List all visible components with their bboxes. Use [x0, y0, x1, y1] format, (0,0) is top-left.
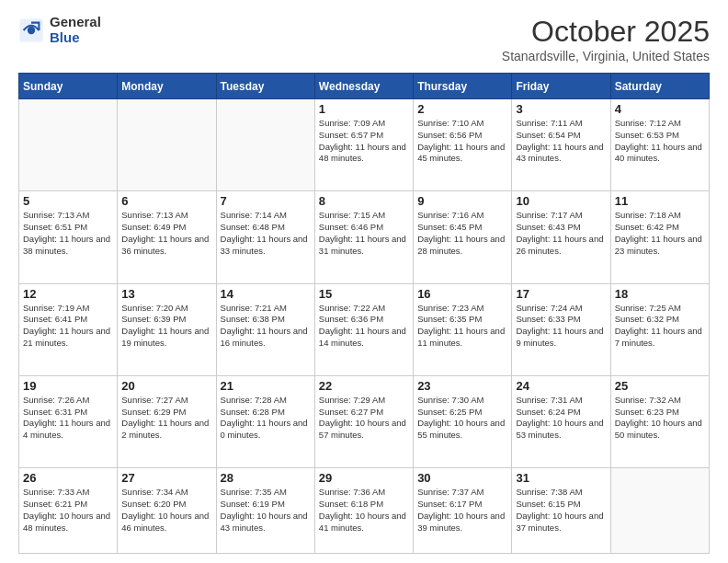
- day-number: 5: [23, 194, 113, 208]
- day-info: Sunrise: 7:18 AM Sunset: 6:42 PM Dayligh…: [615, 210, 705, 257]
- day-info: Sunrise: 7:31 AM Sunset: 6:24 PM Dayligh…: [516, 395, 606, 442]
- day-cell: 23Sunrise: 7:30 AM Sunset: 6:25 PM Dayli…: [414, 375, 512, 467]
- day-cell: 12Sunrise: 7:19 AM Sunset: 6:41 PM Dayli…: [19, 283, 118, 375]
- day-cell: 10Sunrise: 7:17 AM Sunset: 6:43 PM Dayli…: [512, 191, 610, 283]
- day-number: 28: [221, 471, 311, 485]
- day-cell: 7Sunrise: 7:14 AM Sunset: 6:48 PM Daylig…: [216, 191, 314, 283]
- day-cell: 6Sunrise: 7:13 AM Sunset: 6:49 PM Daylig…: [118, 191, 216, 283]
- day-cell: 1Sunrise: 7:09 AM Sunset: 6:57 PM Daylig…: [314, 99, 413, 191]
- day-number: 1: [319, 102, 409, 116]
- day-cell: 26Sunrise: 7:33 AM Sunset: 6:21 PM Dayli…: [19, 468, 118, 554]
- day-info: Sunrise: 7:36 AM Sunset: 6:18 PM Dayligh…: [319, 487, 409, 534]
- day-info: Sunrise: 7:19 AM Sunset: 6:41 PM Dayligh…: [23, 303, 113, 350]
- day-cell: 18Sunrise: 7:25 AM Sunset: 6:32 PM Dayli…: [610, 283, 709, 375]
- day-info: Sunrise: 7:17 AM Sunset: 6:43 PM Dayligh…: [516, 210, 606, 257]
- day-cell: 9Sunrise: 7:16 AM Sunset: 6:45 PM Daylig…: [414, 191, 512, 283]
- week-row-5: 26Sunrise: 7:33 AM Sunset: 6:21 PM Dayli…: [19, 468, 710, 554]
- day-info: Sunrise: 7:28 AM Sunset: 6:28 PM Dayligh…: [221, 395, 311, 442]
- day-number: 20: [121, 379, 211, 393]
- day-cell: [610, 468, 709, 554]
- day-number: 4: [615, 102, 705, 116]
- week-row-2: 5Sunrise: 7:13 AM Sunset: 6:51 PM Daylig…: [19, 191, 710, 283]
- day-cell: 3Sunrise: 7:11 AM Sunset: 6:54 PM Daylig…: [512, 99, 610, 191]
- week-row-1: 1Sunrise: 7:09 AM Sunset: 6:57 PM Daylig…: [19, 99, 710, 191]
- day-cell: 16Sunrise: 7:23 AM Sunset: 6:35 PM Dayli…: [414, 283, 512, 375]
- title-area: October 2025 Stanardsville, Virginia, Un…: [502, 15, 710, 63]
- day-info: Sunrise: 7:34 AM Sunset: 6:20 PM Dayligh…: [121, 487, 211, 534]
- header: General Blue October 2025 Stanardsville,…: [18, 15, 710, 63]
- day-info: Sunrise: 7:09 AM Sunset: 6:57 PM Dayligh…: [319, 118, 409, 165]
- day-number: 18: [615, 287, 705, 301]
- svg-point-1: [28, 26, 35, 33]
- header-row: SundayMondayTuesdayWednesdayThursdayFrid…: [19, 74, 710, 99]
- day-number: 21: [221, 379, 311, 393]
- day-cell: 5Sunrise: 7:13 AM Sunset: 6:51 PM Daylig…: [19, 191, 118, 283]
- day-number: 7: [221, 194, 311, 208]
- col-header-tuesday: Tuesday: [216, 74, 314, 99]
- day-cell: 15Sunrise: 7:22 AM Sunset: 6:36 PM Dayli…: [314, 283, 413, 375]
- day-cell: 22Sunrise: 7:29 AM Sunset: 6:27 PM Dayli…: [314, 375, 413, 467]
- logo: General Blue: [18, 15, 101, 45]
- day-cell: 29Sunrise: 7:36 AM Sunset: 6:18 PM Dayli…: [314, 468, 413, 554]
- day-cell: [118, 99, 216, 191]
- day-info: Sunrise: 7:20 AM Sunset: 6:39 PM Dayligh…: [121, 303, 211, 350]
- day-number: 29: [319, 471, 409, 485]
- day-number: 3: [516, 102, 606, 116]
- day-info: Sunrise: 7:11 AM Sunset: 6:54 PM Dayligh…: [516, 118, 606, 165]
- day-info: Sunrise: 7:38 AM Sunset: 6:15 PM Dayligh…: [516, 487, 606, 534]
- calendar: SundayMondayTuesdayWednesdayThursdayFrid…: [18, 73, 710, 554]
- day-info: Sunrise: 7:29 AM Sunset: 6:27 PM Dayligh…: [319, 395, 409, 442]
- day-info: Sunrise: 7:23 AM Sunset: 6:35 PM Dayligh…: [417, 303, 507, 350]
- day-number: 6: [121, 194, 211, 208]
- day-cell: [19, 99, 118, 191]
- day-cell: 14Sunrise: 7:21 AM Sunset: 6:38 PM Dayli…: [216, 283, 314, 375]
- col-header-friday: Friday: [512, 74, 610, 99]
- day-info: Sunrise: 7:25 AM Sunset: 6:32 PM Dayligh…: [615, 303, 705, 350]
- day-info: Sunrise: 7:30 AM Sunset: 6:25 PM Dayligh…: [417, 395, 507, 442]
- day-number: 13: [121, 287, 211, 301]
- day-number: 10: [516, 194, 606, 208]
- day-number: 15: [319, 287, 409, 301]
- day-info: Sunrise: 7:13 AM Sunset: 6:51 PM Dayligh…: [23, 210, 113, 257]
- day-number: 17: [516, 287, 606, 301]
- day-number: 24: [516, 379, 606, 393]
- day-info: Sunrise: 7:35 AM Sunset: 6:19 PM Dayligh…: [221, 487, 311, 534]
- day-cell: 8Sunrise: 7:15 AM Sunset: 6:46 PM Daylig…: [314, 191, 413, 283]
- col-header-sunday: Sunday: [19, 74, 118, 99]
- day-cell: 28Sunrise: 7:35 AM Sunset: 6:19 PM Dayli…: [216, 468, 314, 554]
- day-number: 14: [221, 287, 311, 301]
- day-cell: 13Sunrise: 7:20 AM Sunset: 6:39 PM Dayli…: [118, 283, 216, 375]
- day-info: Sunrise: 7:32 AM Sunset: 6:23 PM Dayligh…: [615, 395, 705, 442]
- week-row-4: 19Sunrise: 7:26 AM Sunset: 6:31 PM Dayli…: [19, 375, 710, 467]
- day-cell: [216, 99, 314, 191]
- day-info: Sunrise: 7:12 AM Sunset: 6:53 PM Dayligh…: [615, 118, 705, 165]
- logo-general: General: [50, 15, 101, 30]
- day-cell: 27Sunrise: 7:34 AM Sunset: 6:20 PM Dayli…: [118, 468, 216, 554]
- day-number: 2: [417, 102, 507, 116]
- day-info: Sunrise: 7:15 AM Sunset: 6:46 PM Dayligh…: [319, 210, 409, 257]
- logo-blue: Blue: [50, 30, 101, 46]
- day-number: 31: [516, 471, 606, 485]
- day-number: 11: [615, 194, 705, 208]
- day-info: Sunrise: 7:16 AM Sunset: 6:45 PM Dayligh…: [417, 210, 507, 257]
- day-cell: 4Sunrise: 7:12 AM Sunset: 6:53 PM Daylig…: [610, 99, 709, 191]
- day-cell: 19Sunrise: 7:26 AM Sunset: 6:31 PM Dayli…: [19, 375, 118, 467]
- day-number: 8: [319, 194, 409, 208]
- day-info: Sunrise: 7:27 AM Sunset: 6:29 PM Dayligh…: [121, 395, 211, 442]
- day-cell: 25Sunrise: 7:32 AM Sunset: 6:23 PM Dayli…: [610, 375, 709, 467]
- col-header-wednesday: Wednesday: [314, 74, 413, 99]
- col-header-saturday: Saturday: [610, 74, 709, 99]
- day-number: 12: [23, 287, 113, 301]
- day-info: Sunrise: 7:26 AM Sunset: 6:31 PM Dayligh…: [23, 395, 113, 442]
- day-cell: 24Sunrise: 7:31 AM Sunset: 6:24 PM Dayli…: [512, 375, 610, 467]
- day-number: 16: [417, 287, 507, 301]
- day-cell: 11Sunrise: 7:18 AM Sunset: 6:42 PM Dayli…: [610, 191, 709, 283]
- day-info: Sunrise: 7:33 AM Sunset: 6:21 PM Dayligh…: [23, 487, 113, 534]
- day-cell: 20Sunrise: 7:27 AM Sunset: 6:29 PM Dayli…: [118, 375, 216, 467]
- day-number: 26: [23, 471, 113, 485]
- month-title: October 2025: [502, 15, 710, 49]
- week-row-3: 12Sunrise: 7:19 AM Sunset: 6:41 PM Dayli…: [19, 283, 710, 375]
- day-cell: 21Sunrise: 7:28 AM Sunset: 6:28 PM Dayli…: [216, 375, 314, 467]
- day-cell: 31Sunrise: 7:38 AM Sunset: 6:15 PM Dayli…: [512, 468, 610, 554]
- day-info: Sunrise: 7:14 AM Sunset: 6:48 PM Dayligh…: [221, 210, 311, 257]
